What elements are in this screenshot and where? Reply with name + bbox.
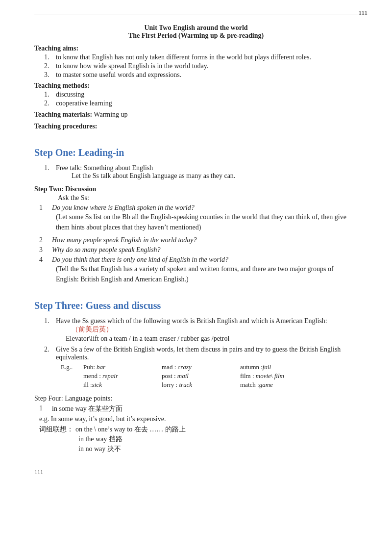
step-two-q3: 3 Why do so many people speak English? [34,246,358,254]
top-rule [34,15,358,15]
s3-i2-main: Give Ss a few of the British English wor… [56,346,358,361]
aims-list: 1.to know that English has not only take… [34,53,358,79]
q4-paren: (Tell the Ss that English has a variety … [52,264,358,284]
teaching-aims-label: Teaching aims: [34,45,358,52]
s3-i1-chinese: （前美后英） [56,325,327,334]
step-three-item-2: 2. Give Ss a few of the British English … [34,346,358,390]
teaching-procedures-label: Teaching procedures: [34,121,358,132]
sf-i1-num: 1 [39,404,47,413]
eg-label: E.g.. [61,363,80,389]
q1-paren: (Let some Ss list on the Bb all the Engl… [52,212,358,232]
vocab-assoc-item-2: in the way 挡路 [39,435,358,444]
equiv-r2c1: mend : repair [83,372,162,380]
teaching-materials-value: Warming up [94,111,127,118]
aim-item-2: 2.to know how wide spread English is in … [34,62,358,70]
method-item-2: 2.cooperative learning [34,100,358,107]
step-three-heading: Step Three: Guess and discuss [34,300,358,311]
vocab-assoc-label: 词组联想： [39,425,74,434]
q2-num: 2 [39,236,47,244]
s3-i2-equiv: E.g.. Pub: bar mad : crazy autumn :fall … [56,363,358,389]
eg-line: e.g. In some way, it’s good, but it’s ex… [34,415,358,423]
step-one-heading: Step One: Leading-in [34,147,358,158]
equiv-r1c1: Pub: bar [83,363,162,371]
aim-item-3: 3.to master some useful words and expres… [34,71,358,79]
step-two-heading: Step Two: Discussion [34,185,358,193]
vocab-assoc-item-1: on the \ one’s way to 在去 …… 的路上 [75,425,186,434]
q4-num: 4 [39,256,47,284]
aim-item-1: 1.to know that English has not only take… [34,53,358,61]
q1-text: Do you know where is English spoken in t… [52,204,358,212]
step-two-ask: Ask the Ss: [34,194,358,202]
sf-i1-text: in some way 在某些方面 [52,404,122,413]
q3-num: 3 [39,246,47,254]
teaching-methods-label: Teaching methods: [34,82,358,90]
step-one-list: 1. Free talk: Something about English Le… [34,164,358,181]
q4-text: Do you think that there is only one kind… [52,256,358,264]
s3-i1-main: Have the Ss guess which of the following… [56,317,327,325]
unit-title: Unit Two English around the world [34,24,358,32]
step-two-q4: 4 Do you think that there is only one ki… [34,256,358,284]
step-two-q1: 1 Do you know where is English spoken in… [34,204,358,234]
equiv-r3c2: lorry : truck [162,381,240,389]
equiv-r1c2: mad : crazy [162,363,240,371]
step-four-heading: Step Four: Language points: [34,395,358,403]
step-two-q2: 2 How many people speak English in the w… [34,236,358,244]
methods-list: 1.discussing 2.cooperative learning [34,91,358,107]
step-one-item-1-text: Free talk: Something about English [56,164,235,172]
step-one-item-1-sub: Let the Ss talk about English language a… [56,172,235,180]
vocab-assoc-item-3: in no way 决不 [39,445,358,454]
method-item-1: 1.discussing [34,91,358,99]
page-number-top: 111 [358,9,368,17]
page-number-bottom: 111 [34,468,358,476]
q1-num: 1 [39,204,47,234]
teaching-materials-label: Teaching materials: [34,111,92,118]
equiv-r2c3: film : movie\ film [240,372,318,380]
s3-i1-vocab: Elevator\lift on a team / in a team eras… [56,335,327,343]
s3-i1-num: 1. [44,317,53,343]
step-four-item-1: 1 in some way 在某些方面 [34,404,358,413]
vocab-assoc-block: 词组联想： on the \ one’s way to 在去 …… 的路上 in… [34,425,358,454]
s3-i2-num: 2. [44,346,53,390]
q2-text: How many people speak English in the wor… [52,236,197,244]
period-title: The First Period (Warming up & pre-readi… [34,32,358,40]
equiv-r2c2: post : mail [162,372,240,380]
equiv-r3c1: ill :sick [83,381,162,389]
step-one-item-1: 1. Free talk: Something about English Le… [34,164,358,181]
equiv-r3c3: match :game [240,381,318,389]
q3-text: Why do so many people speak English? [52,246,161,254]
equiv-r1c3: autumn :fall [240,363,318,371]
teaching-materials-line: Teaching materials: Warming up [34,109,358,120]
step-three-item-1: 1. Have the Ss guess which of the follow… [34,317,358,343]
